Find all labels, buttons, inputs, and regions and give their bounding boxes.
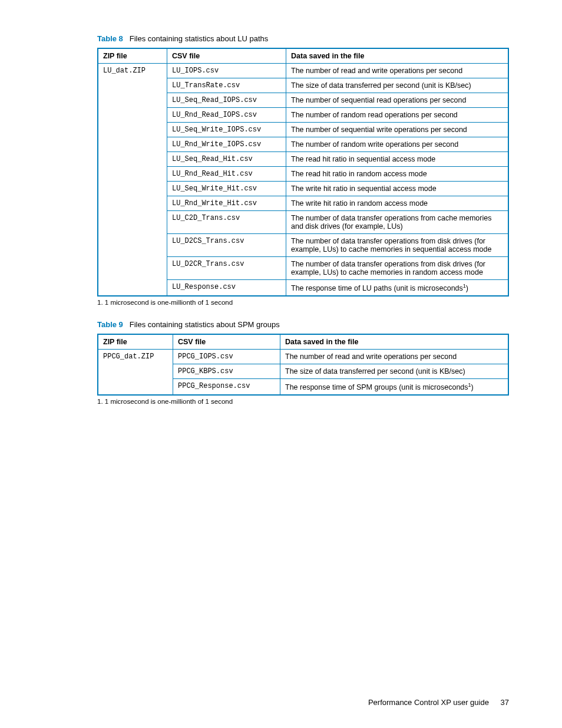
csv-cell: LU_Rnd_Read_Hit.csv [167, 167, 286, 182]
table8-label: Table 8 [97, 34, 123, 43]
desc-cell: The number of data transfer operations f… [286, 257, 509, 280]
table9-header-data: Data saved in the file [280, 334, 509, 350]
table9-header-csv: CSV file [173, 334, 280, 350]
table8-caption-text: Files containing statistics about LU pat… [130, 34, 269, 43]
csv-cell: PPCG_Response.csv [173, 379, 280, 396]
table8: ZIP file CSV file Data saved in the file… [97, 48, 509, 297]
desc-cell: The write hit ratio in sequential access… [286, 182, 509, 196]
csv-cell: LU_Seq_Write_Hit.csv [167, 182, 286, 196]
csv-cell: LU_Rnd_Read_IOPS.csv [167, 108, 286, 123]
csv-cell: LU_Rnd_Write_Hit.csv [167, 196, 286, 211]
footer-title: Performance Control XP user guide [368, 698, 489, 707]
csv-cell: LU_Seq_Read_IOPS.csv [167, 93, 286, 108]
desc-cell: The number of data transfer operations f… [286, 234, 509, 257]
csv-cell: LU_Seq_Read_Hit.csv [167, 152, 286, 167]
table9-footnote: 1. 1 microsecond is one-millionth of 1 s… [97, 398, 509, 405]
table9-label: Table 9 [97, 320, 123, 329]
table8-caption: Table 8 Files containing statistics abou… [97, 34, 509, 43]
table9-caption: Table 9 Files containing statistics abou… [97, 320, 509, 329]
desc-cell: The read hit ratio in sequential access … [286, 152, 509, 167]
csv-cell: LU_IOPS.csv [167, 64, 286, 78]
csv-cell: LU_Response.csv [167, 280, 286, 297]
table8-header-zip: ZIP file [98, 48, 167, 64]
desc-cell: The response time of SPM groups (unit is… [280, 379, 509, 396]
desc-cell: The number of random write operations pe… [286, 137, 509, 152]
desc-cell: The number of read and write operations … [280, 350, 509, 364]
page-footer: Performance Control XP user guide 37 [368, 698, 509, 707]
desc-cell: The read hit ratio in random access mode [286, 167, 509, 182]
csv-cell: LU_C2D_Trans.csv [167, 211, 286, 234]
table9-header-zip: ZIP file [98, 334, 173, 350]
table8-header-row: ZIP file CSV file Data saved in the file [98, 48, 508, 64]
zip-cell: PPCG_dat.ZIP [98, 350, 173, 396]
table8-header-csv: CSV file [167, 48, 286, 64]
table-row: LU_dat.ZIPLU_IOPS.csvThe number of read … [98, 64, 508, 78]
desc-cell: The number of read and write operations … [286, 64, 509, 78]
table9-caption-text: Files containing statistics about SPM gr… [130, 320, 280, 329]
table-row: PPCG_dat.ZIPPPCG_IOPS.csvThe number of r… [98, 350, 508, 364]
table8-footnote: 1. 1 microsecond is one-millionth of 1 s… [97, 299, 509, 306]
desc-cell: The number of random read operations per… [286, 108, 509, 123]
desc-cell: The number of data transfer operations f… [286, 211, 509, 234]
csv-cell: LU_TransRate.csv [167, 78, 286, 93]
desc-cell: The number of sequential write operation… [286, 123, 509, 137]
csv-cell: LU_D2CS_Trans.csv [167, 234, 286, 257]
csv-cell: PPCG_IOPS.csv [173, 350, 280, 364]
table8-header-data: Data saved in the file [286, 48, 509, 64]
zip-cell: LU_dat.ZIP [98, 64, 167, 297]
csv-cell: LU_D2CR_Trans.csv [167, 257, 286, 280]
csv-cell: PPCG_KBPS.csv [173, 364, 280, 379]
csv-cell: LU_Rnd_Write_IOPS.csv [167, 137, 286, 152]
footer-page: 37 [501, 698, 509, 707]
csv-cell: LU_Seq_Write_IOPS.csv [167, 123, 286, 137]
table9: ZIP file CSV file Data saved in the file… [97, 334, 509, 396]
desc-cell: The number of sequential read operations… [286, 93, 509, 108]
desc-cell: The write hit ratio in random access mod… [286, 196, 509, 211]
desc-cell: The size of data transferred per second … [286, 78, 509, 93]
desc-cell: The size of data transferred per second … [280, 364, 509, 379]
desc-cell: The response time of LU paths (unit is m… [286, 280, 509, 297]
table9-header-row: ZIP file CSV file Data saved in the file [98, 334, 508, 350]
